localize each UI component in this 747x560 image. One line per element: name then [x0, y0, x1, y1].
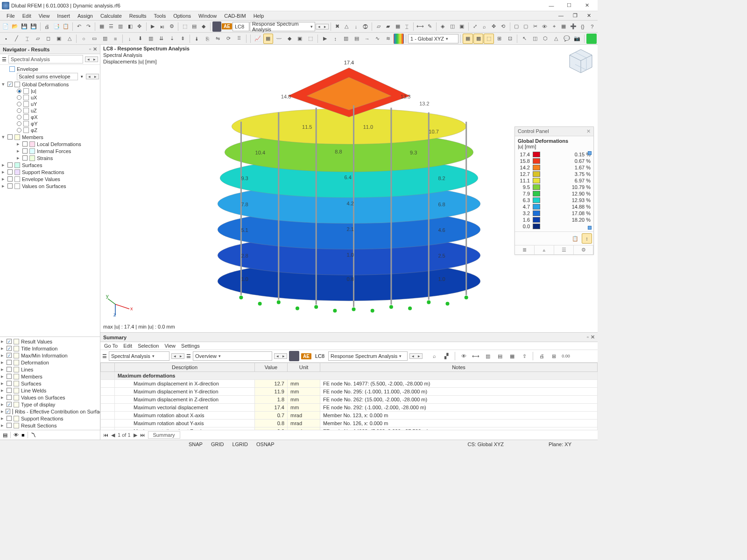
pin-view-icon[interactable]: ✖: [332, 21, 341, 32]
linesup-tool-icon[interactable]: ≡: [110, 34, 120, 44]
display-option[interactable]: ▸✓Title Information: [0, 345, 100, 352]
tree-local-def[interactable]: ▸Local Deformations: [1, 140, 100, 147]
tree-values-on-surfaces[interactable]: ▸Values on Surfaces: [1, 182, 100, 189]
sum-menu-edit[interactable]: Edit: [123, 343, 132, 349]
nodal-load-icon[interactable]: ↓: [125, 34, 135, 44]
tree-uy[interactable]: uY: [1, 101, 100, 107]
res-iso-icon[interactable]: ≋: [383, 34, 394, 44]
table-row[interactable]: Maximum vectorial displacement17.4mmFE n…: [101, 404, 598, 412]
sum-col2-icon[interactable]: ▤: [495, 351, 505, 361]
measure-icon[interactable]: △: [551, 34, 561, 44]
res-diag-icon[interactable]: 📈: [253, 34, 263, 44]
nav-float-icon[interactable]: ▫: [89, 46, 91, 52]
cp-scale-icon[interactable]: ↕: [582, 233, 592, 244]
loadcombo-icon[interactable]: ▤: [190, 21, 198, 32]
display-option[interactable]: ▸✓Ribs - Effective Contribution on Surfa…: [0, 408, 100, 415]
grid-icon[interactable]: ▦: [97, 21, 106, 32]
nav-close-icon[interactable]: ✕: [93, 46, 97, 52]
loads-icon[interactable]: ↓: [352, 21, 360, 32]
status-grid[interactable]: GRID: [211, 441, 224, 447]
sum-print-icon[interactable]: 🖨: [536, 351, 547, 361]
maximize-button[interactable]: ☐: [560, 0, 578, 11]
nav-tab-video-icon[interactable]: ■: [21, 432, 25, 438]
script-icon[interactable]: {}: [578, 21, 587, 32]
view1-icon[interactable]: ▢: [512, 21, 521, 32]
sum-menu-settings[interactable]: Settings: [181, 343, 200, 349]
dims-icon[interactable]: ⟷: [416, 21, 424, 32]
menu-results[interactable]: Results: [126, 12, 150, 20]
calc-icon[interactable]: ▶: [148, 21, 157, 32]
undo-icon[interactable]: ↶: [75, 21, 84, 32]
notes-icon[interactable]: ✎: [425, 21, 434, 32]
sum-filter-icon[interactable]: ▞: [441, 351, 451, 361]
display-option[interactable]: ▸✓Result Values: [0, 338, 100, 345]
nav-loadcases-icon[interactable]: ☰: [2, 56, 7, 63]
menu-assign[interactable]: Assign: [74, 12, 97, 20]
res-filter1-icon[interactable]: ▥: [341, 34, 351, 44]
report-icon[interactable]: 📑: [52, 21, 61, 32]
sum-lc-nav[interactable]: ◂▸: [171, 353, 184, 359]
status-lgrid[interactable]: LGRID: [232, 441, 248, 447]
loadcase-nav[interactable]: ◂▸: [316, 24, 329, 29]
tree-phiy[interactable]: φY: [1, 120, 100, 127]
loadcase-icon[interactable]: ⬚: [180, 21, 189, 32]
menu-view[interactable]: View: [35, 12, 54, 20]
res-filter2-icon[interactable]: ▤: [352, 34, 362, 44]
help-icon[interactable]: ?: [588, 21, 597, 32]
table-row[interactable]: Maximum displacement in Z-direction1.8mm…: [101, 396, 598, 404]
tree-phiz[interactable]: φZ: [1, 127, 100, 133]
copy-icon[interactable]: 📋: [62, 21, 70, 32]
mem-load-icon[interactable]: ⇊: [156, 34, 167, 44]
save-icon[interactable]: 💾: [20, 21, 29, 32]
menu-help[interactable]: Help: [250, 12, 268, 20]
res-grad-icon[interactable]: [394, 34, 404, 44]
tree-ux[interactable]: uX: [1, 94, 100, 101]
wire-icon[interactable]: ▱: [374, 21, 383, 32]
sum-export-icon[interactable]: ⇪: [519, 351, 529, 361]
table-row[interactable]: Maximum displacement in Y-direction11.9m…: [101, 388, 598, 396]
status-osnap[interactable]: OSNAP: [256, 441, 275, 447]
opt3-icon[interactable]: ⬚: [484, 34, 494, 44]
col-unit[interactable]: Unit: [288, 363, 320, 372]
grid2-icon[interactable]: ▦: [559, 21, 568, 32]
res-mode2-icon[interactable]: ◆: [284, 34, 295, 44]
hinge-tool-icon[interactable]: ○: [78, 34, 89, 44]
summary-tab[interactable]: Summary: [148, 431, 180, 439]
col-notes[interactable]: Notes: [320, 363, 598, 372]
top-icon[interactable]: ▣: [457, 21, 466, 32]
iso-icon[interactable]: ◈: [438, 21, 447, 32]
sum-close-icon[interactable]: ✕: [591, 334, 595, 340]
zoom-win-icon[interactable]: ⌕: [480, 21, 489, 32]
nav-tab-eye-icon[interactable]: 👁: [14, 432, 19, 438]
table-row[interactable]: Maximum rotation about X-axis0.7mradMemb…: [101, 412, 598, 420]
new-icon[interactable]: 📄: [1, 21, 10, 32]
sel1-icon[interactable]: ↖: [519, 34, 529, 44]
col-value[interactable]: Value: [255, 363, 288, 372]
display-option[interactable]: ▸Result Sections: [0, 422, 100, 429]
sum-ov-nav[interactable]: ◂▸: [274, 353, 287, 359]
rotate-icon[interactable]: ⟲: [499, 21, 507, 32]
sum-loadcase-select[interactable]: Spectral Analysis▾: [109, 351, 169, 361]
tree-phix[interactable]: φX: [1, 114, 100, 120]
temp-load-icon[interactable]: 🌡: [192, 34, 202, 44]
sel3-icon[interactable]: ⬡: [541, 34, 551, 44]
shading-icon[interactable]: ◧: [126, 21, 134, 32]
free-load-icon[interactable]: ⇣: [167, 34, 177, 44]
sel2-icon[interactable]: ◫: [530, 34, 540, 44]
supports-icon[interactable]: △: [342, 21, 351, 32]
sum-menu-goto[interactable]: Go To: [104, 343, 118, 349]
menu-insert[interactable]: Insert: [53, 12, 74, 20]
opt5-icon[interactable]: ⊡: [505, 34, 515, 44]
loadcase-name-select[interactable]: Response Spectrum Analysis▾: [250, 22, 315, 31]
sum-float-icon[interactable]: ▫: [587, 334, 589, 340]
res-scale-icon[interactable]: ↕: [330, 34, 340, 44]
opt4-icon[interactable]: ⊞: [494, 34, 505, 44]
opt2-icon[interactable]: ▩: [473, 34, 484, 44]
menu-window[interactable]: Window: [195, 12, 220, 20]
page-next-icon[interactable]: ▶: [134, 432, 137, 438]
nav-tab1-icon[interactable]: ▤: [3, 432, 7, 438]
visibility-icon[interactable]: 👁: [540, 21, 549, 32]
envelope-type-select[interactable]: Scaled sums envelope: [17, 73, 78, 80]
support-tool-icon[interactable]: △: [64, 34, 75, 44]
sum-ov-icon[interactable]: ☰: [186, 353, 191, 359]
